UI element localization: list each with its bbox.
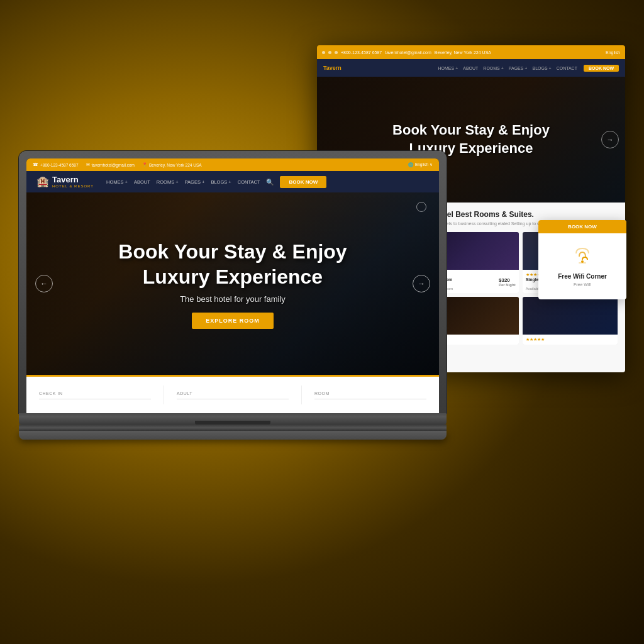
hotel-building-icon: 🏨 <box>36 175 49 187</box>
laptop-explore-button[interactable]: EXPLORE ROOM <box>192 313 274 329</box>
bg-nav-about[interactable]: ABOUT <box>463 66 478 70</box>
checkin-input[interactable] <box>39 397 151 399</box>
laptop-booking-bar: Check In Adult Room <box>26 375 439 413</box>
laptop-room-field: Room <box>314 391 426 399</box>
laptop-nav-contact[interactable]: CONTACT <box>238 179 260 185</box>
adult-input[interactable] <box>177 397 289 399</box>
room-input[interactable] <box>314 397 426 399</box>
bg-topbar-location: Beverley, New York 224 USA <box>435 50 491 55</box>
laptop-nav: 🏨 Tavern HOTEL & RESORT HOMES + ABOUT RO… <box>26 171 439 192</box>
laptop-topbar-lang-item: 🌐 English ∨ <box>408 162 433 167</box>
laptop-nav-homes[interactable]: HOMES + <box>106 179 128 185</box>
bg-nav-pages[interactable]: PAGES + <box>509 66 528 70</box>
laptop-nav-blogs[interactable]: BLOGS + <box>211 179 231 185</box>
svg-rect-1 <box>579 262 586 264</box>
laptop-hinge <box>19 425 447 431</box>
laptop-brand-logo: 🏨 Tavern HOTEL & RESORT <box>36 175 94 189</box>
laptop-nav-search-icon[interactable]: 🔍 <box>266 179 274 186</box>
laptop-website: ☎ +800-123-4587 6587 ✉ tavernhotel@gmail… <box>26 158 439 413</box>
bg-hero-arrow-right[interactable]: → <box>601 131 619 148</box>
laptop-topbar: ☎ +800-123-4587 6587 ✉ tavernhotel@gmail… <box>26 158 439 171</box>
globe-icon: 🌐 <box>408 162 413 167</box>
wifi-icon <box>570 246 595 269</box>
laptop-keyboard <box>19 431 447 440</box>
bg-browser-nav: Tavern HOMES + ABOUT ROOMS + PAGES + BLO… <box>317 59 625 77</box>
bg-topbar-phone: +800-123-4587 6587 <box>341 50 382 55</box>
bg-topbar-lang: English <box>606 50 620 55</box>
booking-divider-1 <box>164 386 164 404</box>
room-stars-6: ★★★★★ <box>526 337 614 342</box>
laptop-hero-arrow-right[interactable]: → <box>413 275 430 292</box>
wifi-card: BOOK NOW Free Wifi Corner Free Wifi <box>538 220 626 299</box>
wifi-card-subtitle: Free Wifi <box>574 282 591 287</box>
dot2 <box>328 51 331 54</box>
laptop-base <box>19 413 447 425</box>
location-icon: 📍 <box>142 162 147 167</box>
bg-nav-contact[interactable]: CONTACT <box>557 66 577 70</box>
laptop: ☎ +800-123-4587 6587 ✉ tavernhotel@gmail… <box>19 151 447 440</box>
bg-nav-homes[interactable]: HOMES + <box>438 66 458 70</box>
laptop-nav-book-button[interactable]: BOOK NOW <box>280 176 326 188</box>
laptop-nav-rooms[interactable]: ROOMS + <box>157 179 179 185</box>
booking-divider-2 <box>301 386 302 404</box>
room-card-6[interactable]: ★★★★★ <box>523 297 618 345</box>
laptop-adult-field: Adult <box>177 391 289 399</box>
laptop-topbar-location: Beverley, New York 224 USA <box>149 163 202 167</box>
laptop-topbar-location-item: 📍 Beverley, New York 224 USA <box>142 162 202 167</box>
bg-nav-book-button[interactable]: BOOK NOW <box>584 65 619 72</box>
bg-topbar-email: tavernhotel@gmail.com <box>385 50 431 55</box>
checkin-label: Check In <box>39 391 151 396</box>
laptop-hero-arrow-left[interactable]: ← <box>35 275 53 292</box>
laptop-topbar-lang: English ∨ <box>415 162 433 167</box>
bg-browser-topbar: +800-123-4587 6587 tavernhotel@gmail.com… <box>317 45 625 59</box>
phone-icon: ☎ <box>33 162 38 167</box>
room-img-6 <box>523 297 618 335</box>
laptop-hero-dot <box>416 202 426 212</box>
email-icon: ✉ <box>86 162 90 167</box>
laptop-topbar-email-item: ✉ tavernhotel@gmail.com <box>86 162 135 167</box>
laptop-bezel: ☎ +800-123-4587 6587 ✉ tavernhotel@gmail… <box>26 158 439 413</box>
laptop-hero-subtitle: The best hotel for your family <box>180 294 286 304</box>
room-label: Room <box>314 391 426 396</box>
laptop-brand-sub: HOTEL & RESORT <box>52 184 94 189</box>
dot3 <box>335 51 338 54</box>
bg-nav-rooms[interactable]: ROOMS + <box>483 66 503 70</box>
bg-nav-brand: Tavern <box>323 65 341 71</box>
laptop-nav-pages[interactable]: PAGES + <box>185 179 205 185</box>
wifi-card-content: Free Wifi Corner Free Wifi <box>538 233 626 299</box>
dot1 <box>322 51 325 54</box>
bg-nav-blogs[interactable]: BLOGS + <box>532 66 551 70</box>
laptop-hero-title: Book Your Stay & EnjoyLuxury Experience <box>118 239 347 289</box>
room-info-6: ★★★★★ <box>523 335 618 345</box>
laptop-topbar-phone: +800-123-4587 6587 <box>40 163 79 167</box>
laptop-screen-outer: ☎ +800-123-4587 6587 ✉ tavernhotel@gmail… <box>19 151 447 413</box>
laptop-checkin-field: Check In <box>39 391 151 399</box>
room-price-delux: $320Per Night <box>499 277 516 287</box>
adult-label: Adult <box>177 391 289 396</box>
laptop-nav-about[interactable]: ABOUT <box>134 179 150 185</box>
wifi-card-book-button[interactable]: BOOK NOW <box>538 220 626 233</box>
laptop-nav-items: HOMES + ABOUT ROOMS + PAGES + BLOGS + CO… <box>106 179 260 185</box>
wifi-card-title: Free Wifi Corner <box>558 273 607 280</box>
bg-nav-links: HOMES + ABOUT ROOMS + PAGES + BLOGS + CO… <box>438 66 577 70</box>
laptop-brand-text: Tavern HOTEL & RESORT <box>52 175 94 189</box>
laptop-topbar-phone-item: ☎ +800-123-4587 6587 <box>33 162 79 167</box>
laptop-hero-section: ← Book Your Stay & EnjoyLuxury Experienc… <box>26 192 439 375</box>
laptop-topbar-email: tavernhotel@gmail.com <box>92 163 135 167</box>
laptop-brand-name: Tavern <box>52 175 94 184</box>
